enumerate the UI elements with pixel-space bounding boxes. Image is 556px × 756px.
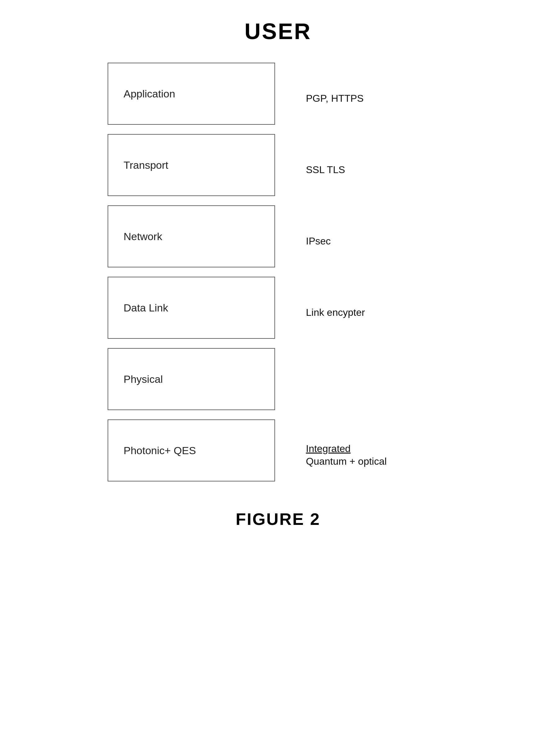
- data-link-label: Data Link: [124, 302, 168, 314]
- application-label: Application: [124, 88, 175, 100]
- data-link-right-label: Link encypter: [306, 277, 418, 348]
- photonic-underline-text: Integrated: [306, 443, 351, 454]
- physical-right-spacer: [306, 348, 418, 419]
- transport-label: Transport: [124, 159, 168, 171]
- network-label: Network: [124, 231, 163, 243]
- transport-right-label: SSL TLS: [306, 134, 418, 205]
- transport-box: Transport: [108, 134, 275, 196]
- layers-area: Application Transport Network Data Link …: [108, 63, 449, 491]
- network-box: Network: [108, 205, 275, 267]
- page-container: USER Application Transport Network Data …: [108, 19, 449, 528]
- figure-label: FIGURE 2: [236, 509, 320, 528]
- application-box: Application: [108, 63, 275, 125]
- photonic-box: Photonic+ QES: [108, 419, 275, 481]
- physical-box: Physical: [108, 348, 275, 410]
- right-column: PGP, HTTPS SSL TLS IPsec Link encypter I…: [287, 63, 418, 491]
- page-title: USER: [244, 19, 311, 44]
- application-right-label: PGP, HTTPS: [306, 63, 418, 134]
- data-link-box: Data Link: [108, 277, 275, 339]
- photonic-label: Photonic+ QES: [124, 445, 196, 457]
- photonic-plain-text: Quantum + optical: [306, 456, 387, 467]
- left-column: Application Transport Network Data Link …: [108, 63, 287, 491]
- photonic-right-label: Integrated Quantum + optical: [306, 419, 418, 491]
- network-right-label: IPsec: [306, 205, 418, 277]
- physical-label: Physical: [124, 373, 163, 385]
